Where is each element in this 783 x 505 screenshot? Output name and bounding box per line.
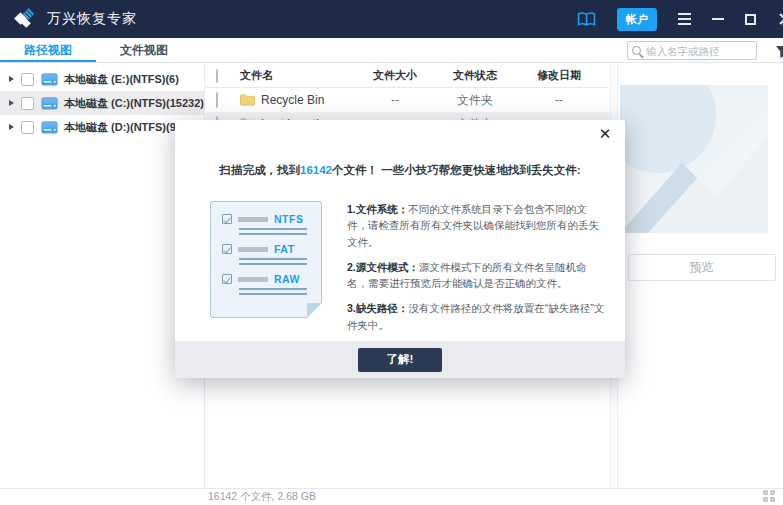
column-status[interactable]: 文件状态 xyxy=(435,68,515,83)
preview-panel: 预览 xyxy=(620,64,783,488)
dialog-title: 扫描完成，找到16142个文件！ 一些小技巧帮您更快速地找到丢失文件: xyxy=(175,163,625,178)
resize-grip-icon[interactable] xyxy=(763,490,775,502)
file-name: Recycle Bin xyxy=(261,93,324,107)
found-file-count: 16142 xyxy=(300,164,332,176)
tip-item: 2.源文件模式：源文件模式下的所有文件名呈随机命名，需要进行预览后才能确认是否正… xyxy=(347,259,607,292)
dialog-close-icon[interactable]: ✕ xyxy=(598,127,612,141)
file-size: -- xyxy=(355,93,435,107)
folder-icon xyxy=(240,94,255,106)
column-size[interactable]: 文件大小 xyxy=(355,68,435,83)
app-logo-icon xyxy=(12,6,38,32)
sidebar-item-drive-d[interactable]: 本地磁盘 (D:)(NTFS)(904) xyxy=(0,115,204,139)
search-icon xyxy=(632,46,641,55)
sidebar-item-drive-e[interactable]: 本地磁盘 (E:)(NTFS)(6) xyxy=(0,67,204,91)
dialog-footer: 了解! xyxy=(175,341,625,378)
search-input[interactable] xyxy=(646,45,752,57)
expand-arrow-icon[interactable] xyxy=(9,100,14,106)
tips-list: 1.文件系统：不同的文件系统目录下会包含不同的文件，请检查所有所有文件夹以确保能… xyxy=(347,201,607,342)
row-checkbox[interactable] xyxy=(216,92,218,108)
filesystem-illustration: NTFS FAT RAW xyxy=(210,201,322,318)
view-tabbar: 路径视图 文件视图 xyxy=(0,38,783,63)
disk-icon xyxy=(41,121,58,134)
filesystem-label-ntfs: NTFS xyxy=(274,213,303,225)
filesystem-label-raw: RAW xyxy=(274,273,300,285)
tab-path-view[interactable]: 路径视图 xyxy=(0,38,96,62)
filesystem-label-fat: FAT xyxy=(274,243,295,255)
column-name[interactable]: 文件名 xyxy=(240,68,355,83)
drive-e-checkbox[interactable] xyxy=(21,73,34,86)
close-button[interactable] xyxy=(777,12,783,26)
scan-complete-dialog: ✕ 扫描完成，找到16142个文件！ 一些小技巧帮您更快速地找到丢失文件: NT… xyxy=(175,120,625,378)
drive-label: 本地磁盘 (C:)(NTFS)(15232) xyxy=(64,96,204,111)
file-date: -- xyxy=(515,93,603,107)
table-row[interactable]: Recycle Bin -- 文件夹 -- xyxy=(206,88,609,112)
column-date[interactable]: 修改日期 xyxy=(515,68,603,83)
file-list-header: 文件名 文件大小 文件状态 修改日期 xyxy=(206,64,609,88)
preview-button[interactable]: 预览 xyxy=(628,254,776,281)
ok-button[interactable]: 了解! xyxy=(358,348,442,372)
expand-arrow-icon[interactable] xyxy=(9,76,14,82)
drive-d-checkbox[interactable] xyxy=(21,121,34,134)
drive-c-checkbox[interactable] xyxy=(21,97,34,110)
tip-item: 1.文件系统：不同的文件系统目录下会包含不同的文件，请检查所有所有文件夹以确保能… xyxy=(347,201,607,250)
checkbox-icon xyxy=(222,214,232,224)
file-count-summary: 16142 个文件, 2.68 GB xyxy=(208,490,316,504)
file-status: 文件夹 xyxy=(435,92,515,109)
expand-arrow-icon[interactable] xyxy=(9,124,14,130)
drive-label: 本地磁盘 (E:)(NTFS)(6) xyxy=(64,72,179,87)
guide-book-icon[interactable] xyxy=(577,12,596,27)
filter-icon[interactable] xyxy=(775,44,783,62)
drive-label: 本地磁盘 (D:)(NTFS)(904) xyxy=(64,120,192,135)
search-box[interactable] xyxy=(627,41,757,60)
select-all-checkbox[interactable] xyxy=(216,69,218,83)
titlebar: 万兴恢复专家 帐户 xyxy=(0,0,783,38)
checkbox-icon xyxy=(222,244,232,254)
preview-placeholder-image xyxy=(620,85,768,233)
app-title: 万兴恢复专家 xyxy=(47,10,137,28)
checkbox-icon xyxy=(222,274,232,284)
sidebar-item-drive-c[interactable]: 本地磁盘 (C:)(NTFS)(15232) xyxy=(0,91,204,115)
status-bar: 16142 个文件, 2.68 GB xyxy=(0,488,783,505)
account-button[interactable]: 帐户 xyxy=(617,8,657,31)
minimize-button[interactable] xyxy=(712,18,724,20)
disk-icon xyxy=(41,97,58,110)
maximize-button[interactable] xyxy=(745,14,756,25)
tip-item: 3.缺失路径：没有文件路径的文件将放置在“缺失路径”文件夹中。 xyxy=(347,300,607,333)
tab-file-view[interactable]: 文件视图 xyxy=(96,38,192,62)
menu-icon[interactable] xyxy=(678,13,691,25)
disk-icon xyxy=(41,73,58,86)
